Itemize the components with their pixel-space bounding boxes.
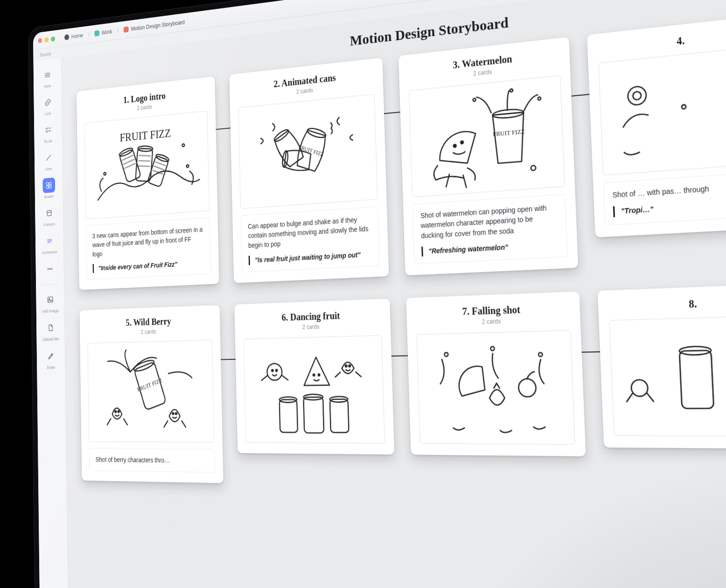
todo-icon [42, 122, 55, 138]
svg-rect-22 [135, 148, 153, 181]
svg-point-61 [444, 352, 448, 357]
tool-upload-file[interactable]: Upload file [39, 317, 62, 344]
sketch-image: FRUIT FIZZ [87, 340, 214, 442]
svg-point-48 [313, 374, 315, 376]
svg-point-39 [628, 86, 647, 105]
rail-separator [42, 284, 58, 285]
svg-point-41 [682, 105, 686, 109]
tool-line-label: Line [45, 166, 52, 171]
svg-rect-66 [679, 350, 714, 409]
tool-column[interactable]: Column [38, 202, 60, 230]
board-card-quote: "Is real fruit just waiting to jump out" [249, 249, 372, 265]
board-card-logo-intro[interactable]: 1. Logo intro 2 cards FRUIT FIZZ [77, 76, 219, 290]
svg-rect-10 [47, 210, 51, 216]
tool-more[interactable] [39, 258, 61, 280]
save-status: Saved [40, 51, 51, 57]
sketch-image: FRUIT FIZZ [409, 75, 565, 197]
svg-point-26 [104, 172, 106, 175]
board-card-text: Shot of watermelon can popping open with… [420, 202, 558, 241]
svg-point-33 [473, 98, 475, 101]
svg-point-64 [518, 378, 536, 397]
board-card-quote: "Inside every can of Fruit Fizz" [93, 258, 204, 273]
svg-rect-55 [279, 399, 297, 432]
board-card-8[interactable]: 8. [598, 284, 726, 449]
sketch-image [609, 315, 726, 436]
svg-point-37 [461, 140, 463, 144]
svg-rect-59 [330, 399, 349, 432]
tool-upload-label: Upload file [42, 336, 59, 342]
svg-rect-9 [49, 186, 51, 189]
svg-point-19 [49, 298, 49, 299]
tool-draw-label: Draw [47, 365, 55, 370]
breadcrumb-doc-label: Motion Design Storyboard [131, 19, 185, 32]
svg-point-15 [48, 268, 49, 269]
tool-note-label: Note [44, 83, 51, 89]
breadcrumb-separator: / [88, 31, 90, 37]
document-icon [124, 26, 129, 33]
board-row: 5. Wild Berry 2 cards [79, 280, 726, 497]
board-card-dancing-fruit[interactable]: 6. Dancing fruit 2 cards [234, 299, 394, 455]
svg-rect-57 [303, 397, 324, 433]
board-card-wild-berry[interactable]: 5. Wild Berry 2 cards [79, 305, 223, 483]
tool-link[interactable]: Link [37, 91, 59, 119]
svg-point-28 [182, 144, 184, 147]
board-card-title: 8. [608, 295, 726, 313]
board-card-quote: "Refreshing watermelon" [421, 239, 559, 257]
svg-line-1 [45, 75, 49, 75]
svg-point-62 [490, 347, 494, 351]
tool-note[interactable]: Note [36, 63, 58, 91]
pencil-icon [44, 348, 57, 364]
minimize-icon[interactable] [44, 37, 49, 42]
tool-line[interactable]: Line [37, 146, 59, 174]
canvas[interactable]: Motion Design Storyboard 1. Logo intro 2… [62, 0, 726, 588]
board-card-text: Can appear to bulge and shake as if they… [248, 214, 371, 250]
tool-board-label: Board [44, 194, 54, 199]
sketch-image: FRUIT FIZZ [238, 94, 377, 209]
tool-column-label: Column [43, 222, 56, 227]
svg-point-51 [272, 370, 273, 371]
sketch-image [598, 45, 726, 175]
board-card-falling-shot[interactable]: 7. Falling shot 2 cards [406, 292, 586, 456]
board-card-text: Shot of berry characters thro… [96, 455, 208, 466]
tool-draw[interactable]: Draw [40, 345, 62, 372]
breadcrumb-work[interactable]: Work [92, 27, 114, 38]
close-icon[interactable] [38, 38, 42, 43]
column-icon [43, 205, 56, 221]
svg-point-54 [349, 365, 350, 367]
fullscreen-icon[interactable] [51, 36, 55, 42]
tool-link-label: Link [45, 111, 51, 116]
svg-point-49 [318, 374, 320, 376]
tool-todo[interactable]: To-do [37, 119, 59, 147]
svg-point-52 [276, 370, 278, 371]
board-card-4[interactable]: 4. [587, 14, 726, 238]
tool-comment[interactable]: Comment [38, 230, 60, 258]
svg-line-13 [47, 241, 51, 241]
board-card-animated-cans[interactable]: 2. Animated cans 2 cards [229, 58, 389, 283]
svg-rect-8 [46, 186, 49, 189]
tool-add-image[interactable]: Add image [39, 288, 62, 315]
svg-line-12 [47, 239, 51, 240]
image-icon [44, 292, 56, 308]
breadcrumb-home-label: Home [71, 32, 83, 40]
svg-point-38 [531, 165, 536, 170]
more-icon [43, 261, 56, 277]
sketch-label: FRUIT FIZZ [137, 377, 163, 392]
folder-icon [95, 30, 100, 36]
board-card-watermelon[interactable]: 3. Watermelon 2 cards [398, 37, 578, 275]
board-icon [42, 177, 55, 193]
sketch-image: FRUIT FIZZ [84, 111, 209, 219]
svg-rect-6 [46, 182, 49, 185]
svg-point-40 [633, 91, 641, 100]
svg-point-63 [538, 352, 543, 357]
sketch-label: FRUIT FIZZ [119, 126, 171, 144]
svg-line-2 [45, 77, 49, 77]
svg-line-0 [45, 73, 49, 73]
board-card-text: Shot of … with pas… through [612, 180, 726, 200]
tool-board[interactable]: Board [38, 174, 60, 202]
svg-line-11 [47, 212, 51, 213]
line-icon [42, 150, 55, 166]
board-card-text: 3 new cans appear from bottom of screen … [92, 224, 204, 259]
breadcrumb-home[interactable]: Home [62, 30, 85, 42]
sketch-image [244, 335, 385, 443]
tool-todo-label: To-do [44, 138, 53, 144]
